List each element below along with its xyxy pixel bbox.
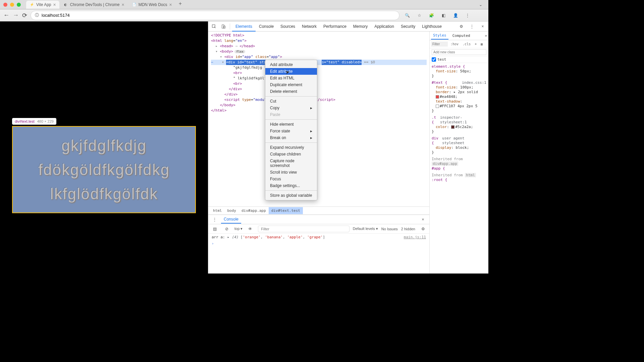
site-info-icon[interactable]: ⓘ xyxy=(35,12,39,18)
text-line: gkjfdglfkdjg xyxy=(61,136,147,155)
breadcrumb-item[interactable]: body xyxy=(225,207,239,214)
devtools-tab-security[interactable]: Security xyxy=(397,22,419,31)
tab-computed[interactable]: Computed xyxy=(450,32,472,39)
menu-item-focus[interactable]: Focus xyxy=(265,176,317,182)
more-icon[interactable]: ⋮ xyxy=(468,22,476,31)
tab-vite[interactable]: ⚡ Vite App × xyxy=(26,1,59,9)
window-titlebar: ⚡ Vite App × ◐ Chrome DevTools | Chrome … xyxy=(0,0,488,9)
devtools-tab-elements[interactable]: Elements xyxy=(232,22,256,32)
devtools-tab-lighthouse[interactable]: Lighthouse xyxy=(419,22,445,31)
menu-item-scroll-into-view[interactable]: Scroll into view xyxy=(265,169,317,176)
reload-button[interactable]: ⟳ xyxy=(22,12,27,19)
address-bar[interactable]: ⓘ xyxy=(31,11,399,20)
devtools-tab-network[interactable]: Network xyxy=(299,22,320,31)
style-rules[interactable]: element.style {font-size: 50px;}#text {i… xyxy=(430,63,488,274)
rendered-content: gkjfdglfkdjg fdökgöldfkgölfdkg lkfglödfk… xyxy=(12,126,196,213)
menu-item-capture-node-screenshot[interactable]: Capture node screenshot xyxy=(265,158,317,169)
scope-select[interactable]: top ▾ xyxy=(234,227,243,231)
panel-icon[interactable]: ◧ xyxy=(439,11,448,20)
more-icon[interactable]: » xyxy=(485,34,487,38)
search-icon[interactable]: 🔍 xyxy=(403,11,412,20)
devtools-tab-console[interactable]: Console xyxy=(256,22,277,31)
chevron-down-icon[interactable]: ⌄ xyxy=(476,0,485,9)
browser-tabs: ⚡ Vite App × ◐ Chrome DevTools | Chrome … xyxy=(26,1,184,9)
browser-toolbar: ← → ⟳ ⓘ 🔍 ☆ 🧩 ◧ 👤 ⋮ xyxy=(0,9,488,21)
tab-title: Chrome DevTools | Chrome xyxy=(70,2,120,7)
dom-tree[interactable]: <!DOCTYPE html> <html lang="en"> ▸ <head… xyxy=(208,32,429,206)
dom-breadcrumb[interactable]: htmlbodydiv#app.appdiv#text.test xyxy=(208,206,429,215)
devtools-tab-sources[interactable]: Sources xyxy=(277,22,299,31)
devtools-tab-memory[interactable]: Memory xyxy=(350,22,371,31)
devtools-tab-application[interactable]: Application xyxy=(371,22,397,31)
devtools-tab-performance[interactable]: Performance xyxy=(320,22,350,31)
menu-item-edit-attribute[interactable]: Edit attribute xyxy=(265,68,317,75)
breadcrumb-item[interactable]: div#text.test xyxy=(269,207,303,214)
issues-badge[interactable]: No Issues xyxy=(381,227,398,231)
close-icon[interactable]: × xyxy=(478,22,487,31)
menu-item-force-state[interactable]: Force state▸ xyxy=(265,128,317,134)
new-tab-button[interactable]: + xyxy=(176,1,184,9)
menu-item-delete-element[interactable]: Delete element xyxy=(265,88,317,95)
sidebar-toggle-icon[interactable]: ▤ xyxy=(210,225,219,233)
close-icon[interactable]: × xyxy=(419,215,427,224)
extensions-icon[interactable]: 🧩 xyxy=(427,11,436,20)
close-icon[interactable]: × xyxy=(122,2,124,7)
menu-item-break-on[interactable]: Break on▸ xyxy=(265,134,317,141)
url-input[interactable] xyxy=(42,13,395,18)
back-button[interactable]: ← xyxy=(3,12,9,19)
menu-item-badge-settings-[interactable]: Badge settings... xyxy=(265,182,317,189)
menu-item-collapse-children[interactable]: Collapse children xyxy=(265,151,317,158)
hov-toggle[interactable]: :hov xyxy=(449,42,460,47)
console-tab[interactable]: Console xyxy=(221,216,241,224)
menu-item-duplicate-element[interactable]: Duplicate element xyxy=(265,81,317,88)
close-icon[interactable]: × xyxy=(53,2,56,7)
menu-item-add-attribute[interactable]: Add attribute xyxy=(265,61,317,68)
tab-devtools-docs[interactable]: ◐ Chrome DevTools | Chrome × xyxy=(60,1,128,9)
settings-icon[interactable]: ⚙ xyxy=(457,22,466,31)
close-icon[interactable]: × xyxy=(169,2,172,7)
breadcrumb-item[interactable]: html xyxy=(210,207,225,214)
eye-icon[interactable]: 👁 xyxy=(246,225,255,233)
console-filter-input[interactable] xyxy=(258,226,349,232)
source-link[interactable]: main.js:11 xyxy=(404,235,426,239)
menu-item-expand-recursively[interactable]: Expand recursively xyxy=(265,144,317,151)
forward-button[interactable]: → xyxy=(13,12,19,19)
inspect-dimensions: 480 × 229 xyxy=(37,119,54,123)
profile-icon[interactable]: 👤 xyxy=(451,11,460,20)
menu-item-hide-element[interactable]: Hide element xyxy=(265,121,317,128)
class-checkbox[interactable]: test xyxy=(432,57,486,62)
menu-item-paste: Paste xyxy=(265,111,317,118)
settings-icon[interactable]: ⚙ xyxy=(419,225,427,233)
hidden-badge: 2 hidden xyxy=(401,227,415,231)
tab-mdn[interactable]: 📄 MDN Web Docs × xyxy=(128,1,175,9)
mdn-icon: 📄 xyxy=(132,2,137,7)
styles-filter-input[interactable] xyxy=(431,42,448,47)
add-rule-icon[interactable]: + xyxy=(473,42,478,47)
clear-console-icon[interactable]: ⊘ xyxy=(222,225,231,233)
console-output[interactable]: arr a: ▸ (4) ['orange', 'banana', 'apple… xyxy=(208,234,429,274)
levels-select[interactable]: Default levels ▾ xyxy=(353,227,378,231)
menu-item-cut[interactable]: Cut xyxy=(265,98,317,105)
tab-styles[interactable]: Styles xyxy=(431,32,448,40)
menu-item-store-as-global-variable[interactable]: Store as global variable xyxy=(265,192,317,199)
inspect-element-icon[interactable] xyxy=(210,22,218,31)
bookmark-icon[interactable]: ☆ xyxy=(415,11,424,20)
chrome-icon: ◐ xyxy=(63,2,68,7)
device-mode-icon[interactable] xyxy=(219,22,228,31)
console-drawer: ⋮ Console × ▤ ⊘ top ▾ 👁 Default levels ▾… xyxy=(208,215,429,274)
menu-item-copy[interactable]: Copy▸ xyxy=(265,105,317,111)
traffic-lights xyxy=(3,3,21,7)
minimize-icon[interactable] xyxy=(10,3,14,7)
cls-toggle[interactable]: .cls xyxy=(461,42,472,47)
devtools-panel: ElementsConsoleSourcesNetworkPerformance… xyxy=(208,21,488,274)
add-class-input[interactable] xyxy=(432,49,486,55)
breadcrumb-item[interactable]: div#app.app xyxy=(239,207,269,214)
computed-icon[interactable]: ▦ xyxy=(479,42,484,47)
menu-item-edit-as-html[interactable]: Edit as HTML xyxy=(265,75,317,81)
maximize-icon[interactable] xyxy=(17,3,21,7)
text-line: fdökgöldfkgölfdkg xyxy=(38,161,170,179)
menu-icon[interactable]: ⋮ xyxy=(463,11,472,20)
context-menu[interactable]: Add attributeEdit attributeEdit as HTMLD… xyxy=(265,60,317,200)
close-icon[interactable] xyxy=(3,3,7,7)
more-icon[interactable]: ⋮ xyxy=(210,215,219,224)
